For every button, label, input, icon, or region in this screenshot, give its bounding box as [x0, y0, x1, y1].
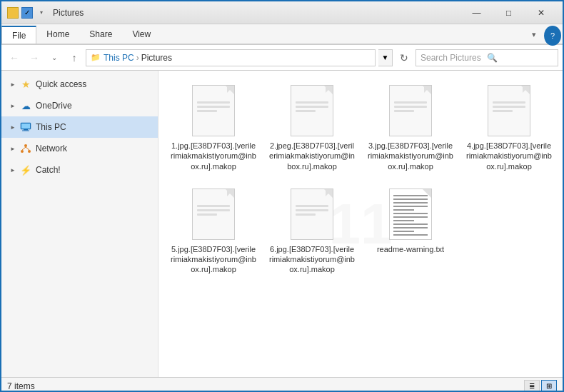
file-icon-3: [389, 85, 432, 136]
recent-locations-button[interactable]: ⌄: [46, 49, 63, 66]
svg-line-8: [26, 147, 29, 150]
sidebar-label-quick-access: Quick access: [36, 79, 152, 89]
file-icon-2: [291, 85, 333, 136]
file-item-4[interactable]: 4.jpg.[E38D7F03].[verilerimiakmakistiyor…: [463, 79, 555, 177]
file-area: 11 1.jpg.[E38D7F03].[verilerimiakmakisti…: [158, 71, 563, 377]
window-controls: — □ ✕: [460, 1, 557, 24]
expand-arrow-catch: ►: [7, 167, 19, 174]
back-button[interactable]: ←: [6, 49, 23, 66]
svg-point-4: [24, 144, 27, 147]
svg-rect-1: [21, 124, 30, 129]
file-icon-7: [389, 189, 432, 240]
tab-home[interactable]: Home: [36, 24, 79, 44]
address-bar: ← → ⌄ ↑ 📁 This PC › Pictures ▼ ↻ Search …: [1, 45, 563, 71]
search-icon: 🔍: [487, 53, 553, 63]
file-name-1: 1.jpg.[E38D7F03].[verilerimiakmakistiyor…: [171, 141, 256, 171]
search-box[interactable]: Search Pictures 🔍: [416, 49, 558, 66]
file-item-2[interactable]: 2.jpeg.[E38D7F03].[verilerimiakmakistiyo…: [266, 79, 358, 177]
file-icon-4: [488, 85, 530, 136]
expand-arrow-network: ►: [7, 146, 19, 152]
search-placeholder: Search Pictures: [421, 53, 487, 63]
sidebar-label-catch: Catch!: [36, 165, 152, 175]
file-name-3: 3.jpg.[E38D7F03].[verilerimiakmakistiyor…: [368, 141, 453, 171]
path-segment-thispc[interactable]: This PC: [104, 53, 134, 63]
title-icon-3: ▾: [36, 7, 47, 19]
file-item-5[interactable]: 5.jpg.[E38D7F03].[verilerimiakmakistiyor…: [167, 183, 260, 281]
sidebar-label-onedrive: OneDrive: [36, 101, 152, 111]
minimize-button[interactable]: —: [460, 1, 493, 24]
title-icon-2: ✓: [21, 7, 33, 19]
file-name-4: 4.jpg.[E38D7F03].[verilerimiakmakistiyor…: [466, 141, 552, 171]
help-button[interactable]: ?: [544, 26, 561, 46]
sidebar-item-onedrive[interactable]: ► ☁ OneDrive: [1, 95, 158, 116]
file-item-7[interactable]: readme-warning.txt: [364, 183, 457, 281]
file-icon-1: [192, 85, 235, 136]
file-icon-6: [291, 189, 333, 240]
address-path[interactable]: 📁 This PC › Pictures: [86, 49, 376, 66]
svg-rect-2: [24, 129, 28, 131]
close-button[interactable]: ✕: [525, 1, 557, 24]
main-area: ► ★ Quick access ► ☁ OneDrive ►: [1, 71, 563, 377]
ribbon-tabs: File Home Share View ▾ ?: [1, 24, 563, 44]
sidebar-item-catch[interactable]: ► ⚡ Catch!: [1, 159, 158, 181]
expand-ribbon-button[interactable]: ▾: [525, 24, 543, 44]
catch-icon: ⚡: [19, 163, 33, 177]
sidebar: ► ★ Quick access ► ☁ OneDrive ►: [1, 71, 158, 377]
list-view-button[interactable]: ≣: [524, 380, 540, 393]
view-buttons: ≣ ⊞: [524, 380, 557, 393]
title-bar: ✓ ▾ Pictures — □ ✕: [1, 1, 563, 24]
file-grid: 1.jpg.[E38D7F03].[verilerimiakmakistiyor…: [167, 79, 554, 281]
file-item-3[interactable]: 3.jpg.[E38D7F03].[verilerimiakmakistiyor…: [364, 79, 457, 177]
file-name-5: 5.jpg.[E38D7F03].[verilerimiakmakistiyor…: [171, 244, 256, 275]
ribbon: File Home Share View ▾ ?: [1, 24, 563, 45]
refresh-button[interactable]: ↻: [396, 49, 413, 66]
path-separator: ›: [136, 53, 139, 63]
file-icon-5: [192, 189, 235, 240]
file-name-2: 2.jpeg.[E38D7F03].[verilerimiakmakistiyo…: [269, 141, 355, 171]
svg-rect-3: [22, 131, 29, 131]
item-count: 7 items: [7, 381, 35, 391]
sidebar-item-this-pc[interactable]: ► This PC: [1, 116, 158, 138]
file-item-1[interactable]: 1.jpg.[E38D7F03].[verilerimiakmakistiyor…: [167, 79, 260, 177]
sidebar-item-network[interactable]: ► Network: [1, 138, 158, 159]
onedrive-icon: ☁: [19, 99, 33, 113]
maximize-button[interactable]: □: [493, 1, 525, 24]
path-segment-pictures: Pictures: [141, 53, 172, 63]
file-name-7: readme-warning.txt: [377, 244, 444, 254]
path-icon: 📁: [91, 53, 101, 62]
svg-line-7: [22, 147, 26, 150]
svg-point-6: [28, 150, 31, 153]
sidebar-label-this-pc: This PC: [36, 122, 152, 132]
tab-view[interactable]: View: [122, 24, 161, 44]
quick-access-icon: ★: [19, 77, 33, 91]
tab-share[interactable]: Share: [79, 24, 122, 44]
up-button[interactable]: ↑: [66, 49, 83, 66]
file-name-6: 6.jpg.[E38D7F03].[verilerimiakmakistiyor…: [269, 244, 355, 275]
title-icon-1: [7, 7, 19, 19]
network-icon: [19, 141, 33, 156]
expand-arrow-onedrive: ►: [7, 103, 19, 109]
forward-button[interactable]: →: [26, 49, 43, 66]
address-dropdown-button[interactable]: ▼: [378, 49, 393, 66]
sidebar-item-quick-access[interactable]: ► ★ Quick access: [1, 74, 158, 95]
status-bar: 7 items ≣ ⊞: [1, 377, 563, 392]
file-item-6[interactable]: 6.jpg.[E38D7F03].[verilerimiakmakistiyor…: [266, 183, 358, 281]
grid-view-button[interactable]: ⊞: [541, 380, 557, 393]
title-bar-icons: ✓ ▾: [7, 7, 47, 19]
tab-file[interactable]: File: [1, 26, 36, 44]
expand-arrow-quick-access: ►: [7, 81, 19, 88]
expand-arrow-this-pc: ►: [7, 124, 19, 131]
svg-point-5: [21, 150, 24, 153]
sidebar-label-network: Network: [36, 144, 152, 154]
window-title: Pictures: [53, 8, 460, 18]
this-pc-icon: [19, 120, 33, 134]
